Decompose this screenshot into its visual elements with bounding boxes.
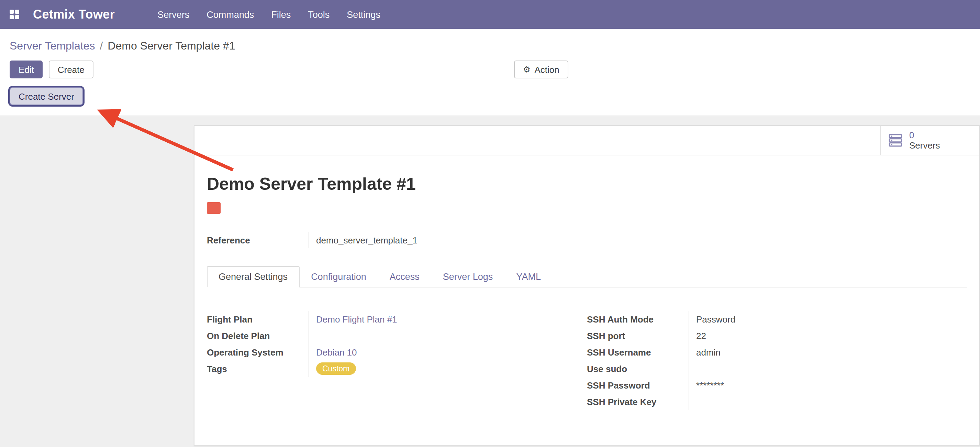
use-sudo-value — [689, 360, 967, 377]
notebook-tabs: General Settings Configuration Access Se… — [207, 266, 967, 287]
field-tags: Tags Custom — [207, 360, 587, 377]
tab-server-logs[interactable]: Server Logs — [431, 266, 505, 287]
menu-item-tools[interactable]: Tools — [308, 9, 329, 19]
toolbar-buttons-row: Edit Create ⚙ Action — [0, 61, 980, 78]
create-button[interactable]: Create — [49, 61, 94, 78]
menu-item-files[interactable]: Files — [271, 9, 291, 19]
tab-configuration[interactable]: Configuration — [299, 266, 378, 287]
general-settings-panel: Flight Plan Demo Flight Plan #1 On Delet… — [207, 311, 967, 410]
form-sheet: 0 Servers Demo Server Template #1 Refere… — [194, 125, 980, 445]
edit-button[interactable]: Edit — [10, 61, 43, 78]
server-stack-icon — [888, 133, 903, 148]
ssh-port-label: SSH port — [587, 330, 689, 341]
field-ssh-password: SSH Password ******** — [587, 377, 967, 393]
ssh-password-value: ******** — [689, 377, 967, 393]
field-ssh-username: SSH Username admin — [587, 344, 967, 360]
breadcrumb-parent-link[interactable]: Server Templates — [10, 40, 95, 51]
field-ssh-auth-mode: SSH Auth Mode Password — [587, 311, 967, 327]
content-area: 0 Servers Demo Server Template #1 Refere… — [0, 116, 980, 447]
field-ssh-port: SSH port 22 — [587, 327, 967, 344]
flight-plan-value-link[interactable]: Demo Flight Plan #1 — [316, 314, 397, 324]
app-window: Cetmix Tower Servers Commands Files Tool… — [0, 0, 980, 447]
fields-column-left: Flight Plan Demo Flight Plan #1 On Delet… — [207, 311, 587, 410]
tag-badge: Custom — [316, 362, 356, 375]
ssh-port-value: 22 — [689, 327, 967, 344]
use-sudo-label: Use sudo — [587, 364, 689, 374]
gear-icon: ⚙ — [523, 65, 531, 74]
field-on-delete-plan: On Delete Plan — [207, 327, 587, 344]
menu-item-servers[interactable]: Servers — [158, 9, 189, 19]
ssh-private-key-value — [689, 393, 967, 410]
main-menu: Servers Commands Files Tools Settings — [158, 9, 380, 19]
operating-system-value-link[interactable]: Debian 10 — [316, 347, 357, 357]
menu-item-settings[interactable]: Settings — [347, 9, 380, 19]
ssh-username-value: admin — [689, 344, 967, 360]
on-delete-plan-label: On Delete Plan — [207, 330, 309, 341]
fields-column-right: SSH Auth Mode Password SSH port 22 SSH U… — [587, 311, 967, 410]
breadcrumb-current: Demo Server Template #1 — [108, 40, 235, 51]
field-use-sudo: Use sudo — [587, 360, 967, 377]
record-title: Demo Server Template #1 — [207, 173, 967, 194]
tab-yaml[interactable]: YAML — [504, 266, 552, 287]
create-server-button[interactable]: Create Server — [10, 87, 83, 105]
reference-field: Reference demo_server_template_1 — [207, 232, 588, 248]
field-flight-plan: Flight Plan Demo Flight Plan #1 — [207, 311, 587, 327]
sheet-body: Demo Server Template #1 Reference demo_s… — [194, 173, 979, 410]
sheet-button-box: 0 Servers — [194, 126, 979, 155]
flight-plan-label: Flight Plan — [207, 314, 309, 324]
servers-stat-button[interactable]: 0 Servers — [880, 126, 979, 155]
tags-label: Tags — [207, 364, 309, 374]
brand-title[interactable]: Cetmix Tower — [33, 7, 115, 22]
servers-stat-text: 0 Servers — [909, 130, 940, 151]
field-ssh-private-key: SSH Private Key — [587, 393, 967, 410]
servers-count: 0 — [909, 130, 940, 140]
reference-label: Reference — [207, 235, 309, 245]
control-panel: Server Templates/Demo Server Template #1… — [0, 29, 980, 116]
servers-count-label: Servers — [909, 140, 940, 151]
smart-buttons-row: Create Server — [0, 87, 980, 106]
color-swatch — [207, 202, 221, 214]
ssh-auth-mode-value: Password — [689, 311, 967, 327]
breadcrumb-separator: / — [100, 40, 103, 51]
reference-value: demo_server_template_1 — [309, 232, 588, 248]
action-button[interactable]: ⚙ Action — [514, 61, 568, 78]
operating-system-label: Operating System — [207, 347, 309, 357]
top-navbar: Cetmix Tower Servers Commands Files Tool… — [0, 0, 980, 29]
apps-grid-icon[interactable] — [10, 10, 19, 19]
ssh-username-label: SSH Username — [587, 347, 689, 357]
tab-access[interactable]: Access — [378, 266, 431, 287]
tab-general-settings[interactable]: General Settings — [207, 266, 299, 287]
ssh-private-key-label: SSH Private Key — [587, 396, 689, 407]
menu-item-commands[interactable]: Commands — [207, 9, 254, 19]
ssh-password-label: SSH Password — [587, 380, 689, 390]
on-delete-plan-value — [309, 327, 587, 344]
field-operating-system: Operating System Debian 10 — [207, 344, 587, 360]
breadcrumb: Server Templates/Demo Server Template #1 — [0, 29, 980, 54]
action-button-label: Action — [535, 64, 559, 75]
ssh-auth-mode-label: SSH Auth Mode — [587, 314, 689, 324]
